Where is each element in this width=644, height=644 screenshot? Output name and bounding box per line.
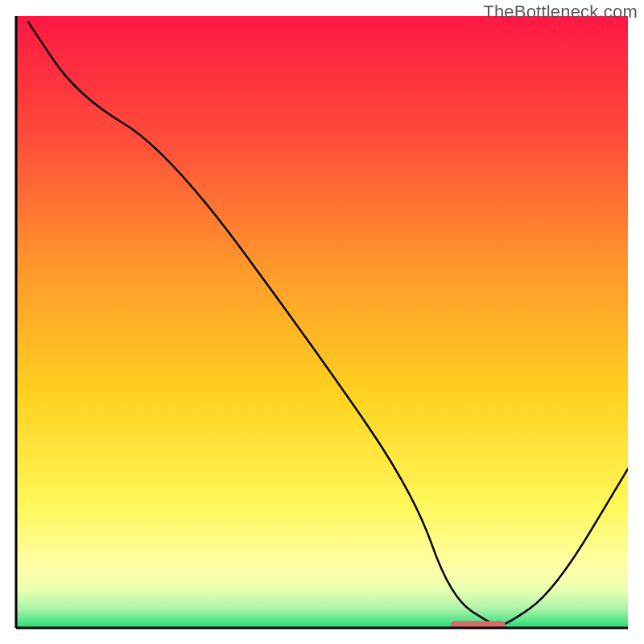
chart-background xyxy=(16,16,628,628)
chart-container: TheBottleneck.com xyxy=(0,0,644,644)
bottleneck-chart xyxy=(0,0,644,644)
